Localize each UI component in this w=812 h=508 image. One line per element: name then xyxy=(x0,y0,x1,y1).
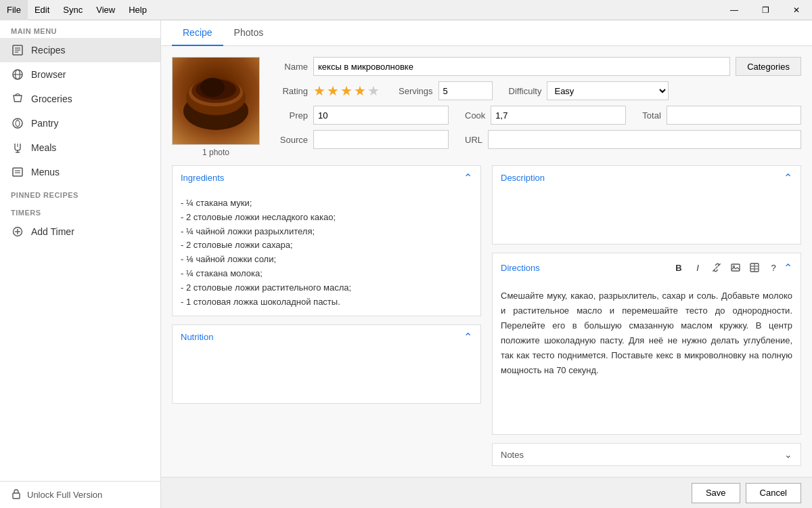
save-button[interactable]: Save xyxy=(692,483,740,503)
sidebar-item-menus[interactable]: Menus xyxy=(0,160,160,184)
tabs-bar: Recipe Photos xyxy=(161,20,812,46)
browser-label: Browser xyxy=(31,69,66,80)
prep-cook-row: Prep Cook Total xyxy=(271,106,801,125)
sidebar-item-groceries[interactable]: Groceries xyxy=(0,87,160,111)
recipes-label: Recipes xyxy=(31,45,66,56)
unlock-full-version[interactable]: Unlock Full Version xyxy=(0,481,160,508)
bottom-bar: Save Cancel xyxy=(161,477,812,508)
description-section: Description ⌃ xyxy=(492,165,801,245)
url-input[interactable] xyxy=(488,130,801,149)
servings-input[interactable] xyxy=(438,81,493,100)
star-3[interactable]: ★ xyxy=(340,83,353,99)
sections-row: Ingredients ⌃ - ¼ стакана муки; - 2 стол… xyxy=(172,165,801,466)
section-right: Description ⌃ Directions B xyxy=(492,165,801,466)
groceries-label: Groceries xyxy=(31,93,72,104)
nutrition-toggle-icon: ⌃ xyxy=(464,331,472,343)
star-2[interactable]: ★ xyxy=(327,83,339,99)
menu-sync[interactable]: Sync xyxy=(56,0,89,20)
italic-button[interactable]: I xyxy=(689,259,706,276)
menu-view[interactable]: View xyxy=(89,0,122,20)
cook-input[interactable] xyxy=(491,106,626,125)
svg-line-24 xyxy=(716,267,718,269)
description-header[interactable]: Description ⌃ xyxy=(493,166,800,190)
url-label: URL xyxy=(465,135,482,145)
directions-title: Directions xyxy=(501,263,540,273)
sidebar-item-pantry[interactable]: Pantry xyxy=(0,111,160,135)
source-label: Source xyxy=(271,135,308,145)
image-button[interactable] xyxy=(727,259,744,276)
description-title: Description xyxy=(501,173,545,183)
categories-button[interactable]: Categories xyxy=(736,57,801,76)
unlock-label: Unlock Full Version xyxy=(27,490,102,500)
menu-help[interactable]: Help xyxy=(122,0,154,20)
bold-button[interactable]: B xyxy=(670,259,687,276)
cook-label: Cook xyxy=(465,110,485,121)
table-button[interactable] xyxy=(746,259,763,276)
svg-rect-11 xyxy=(13,168,22,176)
link-button[interactable] xyxy=(708,259,725,276)
recipes-icon xyxy=(11,43,24,57)
directions-section: Directions B I xyxy=(492,253,801,435)
meals-label: Meals xyxy=(31,142,56,153)
servings-group: Servings Difficulty Easy Medium Hard xyxy=(399,81,669,100)
cancel-button[interactable]: Cancel xyxy=(746,483,801,503)
help-button[interactable]: ? xyxy=(765,259,782,276)
nutrition-header[interactable]: Nutrition ⌃ xyxy=(173,325,480,349)
ingredients-header[interactable]: Ingredients ⌃ xyxy=(173,166,480,190)
sidebar-add-timer[interactable]: Add Timer xyxy=(0,219,160,244)
difficulty-select[interactable]: Easy Medium Hard xyxy=(547,81,669,100)
total-input[interactable] xyxy=(667,106,801,125)
difficulty-label: Difficulty xyxy=(509,86,542,96)
add-timer-icon xyxy=(11,225,24,238)
timers-label: TIMERS xyxy=(0,202,160,219)
section-left: Ingredients ⌃ - ¼ стакана муки; - 2 стол… xyxy=(172,165,481,466)
ingredients-toggle-icon: ⌃ xyxy=(464,171,472,184)
directions-toolbar-icons: B I ? xyxy=(670,259,792,276)
prep-label: Prep xyxy=(271,110,308,121)
minimize-button[interactable]: — xyxy=(719,0,750,20)
menu-edit[interactable]: Edit xyxy=(28,0,56,20)
recipe-fields: Name Categories Rating ★ ★ ★ ★ ★ xyxy=(271,57,801,149)
recipe-image-area: 1 photo xyxy=(172,57,260,157)
ingredients-title: Ingredients xyxy=(181,173,224,183)
ingredients-section: Ingredients ⌃ - ¼ стакана муки; - 2 стол… xyxy=(172,165,481,316)
nutrition-title: Nutrition xyxy=(181,332,213,342)
window-controls: — ❐ ✕ xyxy=(719,0,812,20)
directions-header[interactable]: Directions B I xyxy=(493,253,800,282)
star-1[interactable]: ★ xyxy=(313,83,325,99)
source-url-row: Source URL xyxy=(271,130,801,149)
menu-file[interactable]: File xyxy=(0,0,28,20)
recipe-image xyxy=(172,57,260,145)
maximize-button[interactable]: ❐ xyxy=(750,0,781,20)
description-toggle-icon: ⌃ xyxy=(784,171,792,184)
tab-photos[interactable]: Photos xyxy=(223,20,275,46)
header-row: 1 photo Name Categories Rating ★ xyxy=(172,57,801,157)
pantry-icon xyxy=(11,117,24,130)
star-4[interactable]: ★ xyxy=(354,83,366,99)
notes-toggle-icon: ⌄ xyxy=(784,449,792,460)
rating-label: Rating xyxy=(271,86,308,96)
title-bar: File Edit Sync View Help — ❐ ✕ xyxy=(0,0,812,20)
nutrition-body xyxy=(173,349,480,403)
nutrition-section: Nutrition ⌃ xyxy=(172,324,481,404)
name-input[interactable] xyxy=(313,57,730,76)
sidebar-item-recipes[interactable]: Recipes xyxy=(0,38,160,62)
sidebar: MAIN MENU Recipes Browser Groceries Pant… xyxy=(0,20,161,508)
close-button[interactable]: ✕ xyxy=(781,0,812,20)
prep-input[interactable] xyxy=(313,106,449,125)
tab-recipe[interactable]: Recipe xyxy=(172,20,223,46)
menu-bar: File Edit Sync View Help xyxy=(0,0,154,20)
pinned-recipes-label: PINNED RECIPES xyxy=(0,184,160,202)
notes-header[interactable]: Notes ⌄ xyxy=(493,444,800,465)
source-input[interactable] xyxy=(313,130,449,149)
sidebar-main-menu-label: MAIN MENU xyxy=(0,20,160,38)
star-5[interactable]: ★ xyxy=(367,83,380,99)
sidebar-item-meals[interactable]: Meals xyxy=(0,135,160,160)
recipe-form: 1 photo Name Categories Rating ★ xyxy=(161,46,812,477)
stars-container: ★ ★ ★ ★ ★ xyxy=(313,83,380,99)
sidebar-item-browser[interactable]: Browser xyxy=(0,62,160,87)
directions-body[interactable]: Смешайте муку, какао, разрыхлитель, саха… xyxy=(493,282,800,417)
svg-rect-25 xyxy=(731,264,740,271)
ingredients-body: - ¼ стакана муки; - 2 столовые ложки нес… xyxy=(173,190,480,316)
menus-label: Menus xyxy=(31,167,60,177)
